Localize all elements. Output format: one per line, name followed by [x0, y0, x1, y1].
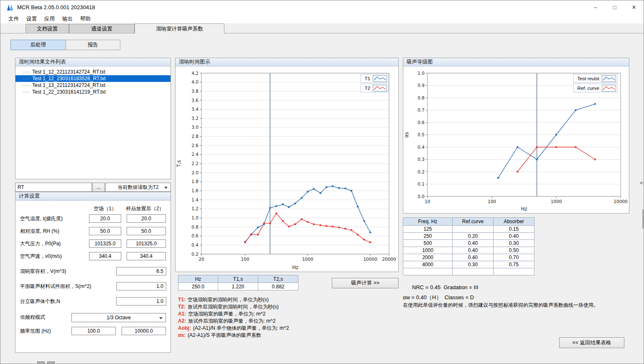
svg-text:20: 20 — [199, 257, 204, 262]
svg-text:0.5: 0.5 — [417, 132, 425, 137]
svg-text:3.6: 3.6 — [191, 98, 199, 103]
air-temp-field-1[interactable] — [89, 214, 121, 223]
absorption-calc-button[interactable]: 吸声计算 >> — [332, 278, 399, 288]
minimize-button[interactable]: – — [586, 0, 605, 14]
note-prefix: T1: — [178, 297, 186, 303]
svg-text:1.6: 1.6 — [191, 188, 199, 193]
absorber-count-field[interactable] — [116, 297, 166, 305]
octave-mode-select[interactable]: 1/3 Octave — [71, 313, 166, 322]
splitter-handle[interactable] — [642, 209, 644, 229]
table-row: 250.0 1.220 0.882 — [178, 283, 298, 290]
svg-text:0.4: 0.4 — [191, 242, 199, 247]
room-volume-field[interactable] — [116, 267, 166, 275]
cell: 1000 — [403, 247, 453, 254]
cell: 0.40 — [453, 247, 494, 254]
file-item[interactable]: Test 1_12_221123142724_RT.txt — [15, 69, 171, 75]
collapse-panel-arrow[interactable]: < — [639, 178, 644, 188]
maximize-button[interactable]: □ — [605, 0, 624, 14]
line-series-icon — [602, 85, 616, 92]
col-header-t1: T1,s — [218, 275, 258, 283]
rt-name-input[interactable] — [15, 183, 92, 192]
tab-document-settings[interactable]: 文档设置 — [25, 24, 69, 33]
menubar: 文件 设置 应用 输出 帮助 — [0, 14, 644, 23]
line-series-icon — [373, 85, 387, 92]
file-item-selected[interactable]: Test 1_12_230316183526_RT.txt — [15, 75, 171, 82]
cell: 0.20 — [453, 233, 494, 240]
note-prefix: Aobj: — [178, 325, 191, 331]
svg-text:1.8: 1.8 — [191, 179, 199, 184]
tab-channel-settings[interactable]: 通道设置 — [69, 24, 135, 33]
table-row: 10000.400.50 — [403, 247, 535, 254]
svg-text:10: 10 — [425, 199, 430, 204]
note-text: 空场混响室的吸声量，单位为: m^2 — [188, 311, 265, 317]
browse-button[interactable]: ... — [92, 183, 105, 192]
rt-chart-panel: 混响时间图示 0.20.40.60.81.01.21.41.61.82.02.2… — [175, 58, 399, 272]
note-aobj: Aobj:(A2-A1)/N 单个物体的吸声量，单位为: m^2 — [178, 325, 289, 331]
freq-min-field[interactable] — [71, 327, 116, 335]
humidity-field-1[interactable] — [89, 227, 121, 235]
pressure-field-1[interactable] — [89, 239, 121, 248]
table-row: 20000.400.70 — [403, 254, 535, 261]
pressure-field-2[interactable] — [127, 239, 166, 248]
sound-speed-field-2[interactable] — [127, 252, 166, 260]
svg-text:1.4: 1.4 — [191, 197, 199, 202]
note-text: 放试件后混响室的混响时间，单位为秒(s) — [188, 304, 279, 310]
note-prefix: A1: — [178, 311, 186, 317]
tab-reverb-absorption[interactable]: 混响室计算吸声系数 — [135, 23, 224, 33]
note-t1: T1:空场混响室的混响时间，单位为秒(s) — [178, 296, 269, 303]
sample-area-label: 平面吸声材料试件面积，S(m^2) — [20, 282, 91, 290]
cell-t2: 0.882 — [258, 283, 298, 290]
menu-settings[interactable]: 设置 — [23, 15, 41, 23]
legend-item-ref-curve: Ref. curve — [573, 84, 618, 92]
table-header-row: Hz T1,s T2,s — [178, 275, 298, 283]
note-text: (A2-A1)/S 平面吸声体的吸声系数 — [188, 332, 261, 338]
note-a1: A1:空场混响室的吸声量，单位为: m^2 — [178, 311, 265, 317]
rt-chart[interactable]: 0.20.40.60.81.01.21.41.61.82.02.22.42.62… — [176, 66, 398, 272]
svg-text:3.2: 3.2 — [191, 116, 199, 121]
back-to-results-button[interactable]: << 返回结果表格 — [559, 337, 624, 348]
svg-text:0.8: 0.8 — [191, 224, 199, 229]
air-temp-field-2[interactable] — [127, 214, 166, 223]
bottom-clipped-icon — [47, 361, 55, 364]
svg-text:Hz: Hz — [292, 265, 298, 270]
close-button[interactable]: ✕ — [624, 0, 644, 14]
table-header-row: Freq. Hz Ref.curve Absorber — [403, 218, 535, 226]
cell — [453, 268, 494, 275]
svg-text:1.0: 1.0 — [417, 71, 425, 76]
humidity-field-2[interactable] — [127, 227, 166, 235]
line-series-icon — [373, 75, 387, 82]
cell: 0.70 — [494, 254, 535, 261]
subtab-report[interactable]: 报告 — [66, 40, 120, 50]
svg-text:0.6: 0.6 — [417, 120, 425, 125]
menu-help[interactable]: 帮助 — [76, 15, 94, 23]
read-mode-select[interactable]: 当前数据读取为T2 — [105, 183, 171, 192]
octave-mode-label: 倍频程模式 — [20, 313, 45, 321]
col-header-empty-room: 空场（1） — [89, 204, 121, 213]
sample-area-field[interactable] — [116, 282, 166, 290]
cell — [494, 268, 535, 275]
room-volume-label: 混响室容积，V(m^3) — [20, 267, 66, 275]
file-item[interactable]: Test 1_22_230316141219_RT.txt — [15, 89, 171, 95]
menu-file[interactable]: 文件 — [5, 15, 23, 23]
menu-output[interactable]: 输出 — [59, 15, 76, 23]
file-item[interactable]: Test 1_13_221123142724_RT.txt — [15, 82, 171, 89]
svg-text:αs: αs — [404, 132, 410, 138]
app-window: MCR Beta 2.05.0.001 20230418 – □ ✕ 文件 设置… — [0, 0, 644, 364]
legend-item-t2: T2 — [361, 84, 389, 92]
subtab-postprocess[interactable]: 后处理 — [10, 40, 66, 50]
bottom-clipped-icon — [37, 361, 45, 364]
legend-label: T2 — [365, 86, 370, 91]
svg-text:Hz: Hz — [521, 206, 527, 212]
read-mode-value: 当前数据读取为T2 — [117, 184, 158, 190]
svg-text:0.2: 0.2 — [417, 169, 425, 174]
cell: 0.30 — [494, 240, 535, 247]
menu-apply[interactable]: 应用 — [41, 15, 59, 23]
freq-max-field[interactable] — [122, 327, 166, 335]
note-text: (A2-A1)/N 单个物体的吸声量，单位为: m^2 — [193, 325, 289, 331]
cell-t1: 1.220 — [218, 283, 258, 290]
svg-text:2.6: 2.6 — [191, 143, 199, 148]
svg-text:2.4: 2.4 — [191, 152, 199, 157]
svg-text:0.1: 0.1 — [417, 181, 425, 186]
sound-speed-field-1[interactable] — [89, 252, 121, 260]
col-header-hz: Hz — [178, 275, 218, 283]
